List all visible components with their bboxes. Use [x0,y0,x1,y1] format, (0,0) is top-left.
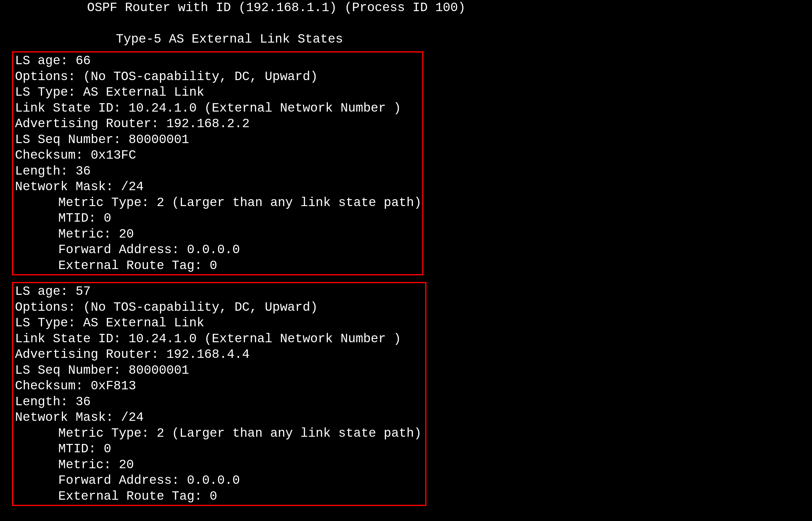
length-field: Length: 36 [15,394,423,410]
network-mask-field: Network Mask: /24 [15,179,421,195]
ls-seq-number-field: LS Seq Number: 80000001 [15,363,423,379]
checksum-field: Checksum: 0x13FC [15,148,421,163]
external-route-tag-field: External Route Tag: 0 [15,258,421,274]
metric-type-field: Metric Type: 2 (Larger than any link sta… [15,426,423,441]
section-title: Type-5 AS External Link States [0,31,812,47]
metric-field: Metric: 20 [15,226,421,242]
advertising-router-field: Advertising Router: 192.168.2.2 [15,116,421,132]
link-state-id-field: Link State ID: 10.24.1.0 (External Netwo… [15,331,423,347]
network-mask-field: Network Mask: /24 [15,410,423,426]
forward-address-field: Forward Address: 0.0.0.0 [15,473,423,489]
metric-type-field: Metric Type: 2 (Larger than any link sta… [15,195,421,211]
lsa-entry: LS age: 66 Options: (No TOS-capability, … [12,51,423,275]
ls-type-field: LS Type: AS External Link [15,315,423,331]
ospf-router-header: OSPF Router with ID (192.168.1.1) (Proce… [0,0,812,16]
link-state-id-field: Link State ID: 10.24.1.0 (External Netwo… [15,100,421,116]
options-field: Options: (No TOS-capability, DC, Upward) [15,69,421,85]
checksum-field: Checksum: 0xF813 [15,378,423,394]
forward-address-field: Forward Address: 0.0.0.0 [15,242,421,258]
ls-type-field: LS Type: AS External Link [15,85,421,100]
lsa-entry: LS age: 57 Options: (No TOS-capability, … [12,282,426,506]
advertising-router-field: Advertising Router: 192.168.4.4 [15,347,423,363]
ls-seq-number-field: LS Seq Number: 80000001 [15,132,421,148]
ls-age-field: LS age: 57 [15,284,423,300]
mtid-field: MTID: 0 [15,441,423,457]
ls-age-field: LS age: 66 [15,53,421,69]
external-route-tag-field: External Route Tag: 0 [15,489,423,504]
mtid-field: MTID: 0 [15,210,421,226]
options-field: Options: (No TOS-capability, DC, Upward) [15,300,423,316]
metric-field: Metric: 20 [15,457,423,473]
length-field: Length: 36 [15,163,421,179]
